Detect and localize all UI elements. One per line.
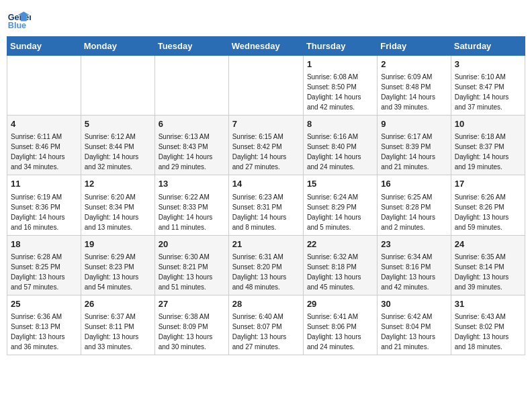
weekday-header-wednesday: Wednesday (228, 37, 303, 56)
calendar-cell (154, 56, 228, 116)
calendar-cell: 12Sunrise: 6:20 AM Sunset: 8:34 PM Dayli… (81, 175, 154, 235)
day-info: Sunrise: 6:32 AM Sunset: 8:18 PM Dayligh… (307, 252, 373, 292)
day-number: 4 (11, 118, 77, 130)
day-info: Sunrise: 6:11 AM Sunset: 8:46 PM Dayligh… (11, 132, 77, 172)
day-info: Sunrise: 6:23 AM Sunset: 8:31 PM Dayligh… (232, 192, 300, 232)
calendar-cell: 20Sunrise: 6:30 AM Sunset: 8:21 PM Dayli… (154, 235, 228, 295)
day-info: Sunrise: 6:36 AM Sunset: 8:13 PM Dayligh… (11, 312, 77, 352)
calendar-cell: 16Sunrise: 6:25 AM Sunset: 8:28 PM Dayli… (378, 175, 451, 235)
day-info: Sunrise: 6:43 AM Sunset: 8:02 PM Dayligh… (455, 312, 521, 352)
logo: General Blue (7, 7, 31, 31)
day-number: 22 (307, 238, 373, 250)
day-number: 5 (85, 118, 151, 130)
day-info: Sunrise: 6:15 AM Sunset: 8:42 PM Dayligh… (232, 132, 300, 172)
calendar-cell: 4Sunrise: 6:11 AM Sunset: 8:46 PM Daylig… (7, 116, 81, 175)
day-info: Sunrise: 6:42 AM Sunset: 8:04 PM Dayligh… (381, 312, 447, 352)
week-row-2: 4Sunrise: 6:11 AM Sunset: 8:46 PM Daylig… (7, 116, 525, 175)
calendar-cell (228, 56, 303, 116)
calendar-cell: 27Sunrise: 6:38 AM Sunset: 8:09 PM Dayli… (154, 295, 228, 355)
day-number: 20 (159, 238, 225, 250)
weekday-header-row: SundayMondayTuesdayWednesdayThursdayFrid… (7, 37, 525, 56)
day-number: 26 (85, 298, 151, 310)
calendar-cell (81, 56, 154, 116)
calendar-cell: 23Sunrise: 6:34 AM Sunset: 8:16 PM Dayli… (378, 235, 451, 295)
weekday-header-monday: Monday (81, 37, 154, 56)
day-info: Sunrise: 6:28 AM Sunset: 8:25 PM Dayligh… (11, 252, 77, 292)
day-info: Sunrise: 6:26 AM Sunset: 8:26 PM Dayligh… (455, 192, 521, 232)
day-number: 19 (85, 238, 151, 250)
day-number: 25 (11, 298, 77, 310)
header: General Blue (7, 7, 525, 31)
weekday-header-sunday: Sunday (7, 37, 81, 56)
day-info: Sunrise: 6:20 AM Sunset: 8:34 PM Dayligh… (85, 192, 151, 232)
day-number: 7 (232, 118, 300, 130)
day-number: 16 (381, 178, 447, 190)
day-info: Sunrise: 6:25 AM Sunset: 8:28 PM Dayligh… (381, 192, 447, 232)
weekday-header-tuesday: Tuesday (154, 37, 228, 56)
day-number: 23 (381, 238, 447, 250)
day-number: 12 (85, 178, 151, 190)
day-info: Sunrise: 6:13 AM Sunset: 8:43 PM Dayligh… (159, 132, 225, 172)
day-info: Sunrise: 6:37 AM Sunset: 8:11 PM Dayligh… (85, 312, 151, 352)
day-info: Sunrise: 6:24 AM Sunset: 8:29 PM Dayligh… (307, 192, 373, 232)
weekday-header-friday: Friday (378, 37, 451, 56)
day-number: 31 (455, 298, 521, 310)
day-number: 17 (455, 178, 521, 190)
day-number: 24 (455, 238, 521, 250)
day-number: 29 (307, 298, 373, 310)
weekday-header-thursday: Thursday (303, 37, 377, 56)
day-number: 11 (11, 178, 77, 190)
weekday-header-saturday: Saturday (451, 37, 525, 56)
calendar-cell: 11Sunrise: 6:19 AM Sunset: 8:36 PM Dayli… (7, 175, 81, 235)
calendar-cell: 31Sunrise: 6:43 AM Sunset: 8:02 PM Dayli… (451, 295, 525, 355)
week-row-4: 18Sunrise: 6:28 AM Sunset: 8:25 PM Dayli… (7, 235, 525, 295)
day-info: Sunrise: 6:16 AM Sunset: 8:40 PM Dayligh… (307, 132, 373, 172)
day-number: 3 (455, 58, 521, 71)
day-number: 27 (159, 298, 225, 310)
calendar-cell: 5Sunrise: 6:12 AM Sunset: 8:44 PM Daylig… (81, 116, 154, 175)
calendar-cell: 24Sunrise: 6:35 AM Sunset: 8:14 PM Dayli… (451, 235, 525, 295)
svg-text:Blue: Blue (8, 21, 26, 30)
day-number: 21 (232, 238, 300, 250)
calendar-cell: 28Sunrise: 6:40 AM Sunset: 8:07 PM Dayli… (228, 295, 303, 355)
calendar-cell: 10Sunrise: 6:18 AM Sunset: 8:37 PM Dayli… (451, 116, 525, 175)
day-number: 9 (381, 118, 447, 130)
day-number: 10 (455, 118, 521, 130)
calendar-cell: 9Sunrise: 6:17 AM Sunset: 8:39 PM Daylig… (378, 116, 451, 175)
calendar-cell: 8Sunrise: 6:16 AM Sunset: 8:40 PM Daylig… (303, 116, 377, 175)
day-info: Sunrise: 6:29 AM Sunset: 8:23 PM Dayligh… (85, 252, 151, 292)
calendar-cell: 2Sunrise: 6:09 AM Sunset: 8:48 PM Daylig… (378, 56, 451, 116)
day-info: Sunrise: 6:12 AM Sunset: 8:44 PM Dayligh… (85, 132, 151, 172)
calendar-cell: 15Sunrise: 6:24 AM Sunset: 8:29 PM Dayli… (303, 175, 377, 235)
day-number: 15 (307, 178, 373, 190)
day-number: 14 (232, 178, 300, 190)
calendar-cell: 14Sunrise: 6:23 AM Sunset: 8:31 PM Dayli… (228, 175, 303, 235)
calendar-cell: 30Sunrise: 6:42 AM Sunset: 8:04 PM Dayli… (378, 295, 451, 355)
day-info: Sunrise: 6:18 AM Sunset: 8:37 PM Dayligh… (455, 132, 521, 172)
day-info: Sunrise: 6:19 AM Sunset: 8:36 PM Dayligh… (11, 192, 77, 232)
calendar-cell: 22Sunrise: 6:32 AM Sunset: 8:18 PM Dayli… (303, 235, 377, 295)
day-info: Sunrise: 6:41 AM Sunset: 8:06 PM Dayligh… (307, 312, 373, 352)
day-info: Sunrise: 6:31 AM Sunset: 8:20 PM Dayligh… (232, 252, 300, 292)
day-number: 1 (307, 58, 373, 71)
calendar-cell: 1Sunrise: 6:08 AM Sunset: 8:50 PM Daylig… (303, 56, 377, 116)
day-info: Sunrise: 6:17 AM Sunset: 8:39 PM Dayligh… (381, 132, 447, 172)
day-info: Sunrise: 6:10 AM Sunset: 8:47 PM Dayligh… (455, 72, 521, 112)
calendar-cell: 21Sunrise: 6:31 AM Sunset: 8:20 PM Dayli… (228, 235, 303, 295)
day-info: Sunrise: 6:09 AM Sunset: 8:48 PM Dayligh… (381, 72, 447, 112)
calendar-cell: 7Sunrise: 6:15 AM Sunset: 8:42 PM Daylig… (228, 116, 303, 175)
week-row-5: 25Sunrise: 6:36 AM Sunset: 8:13 PM Dayli… (7, 295, 525, 355)
calendar-cell: 29Sunrise: 6:41 AM Sunset: 8:06 PM Dayli… (303, 295, 377, 355)
day-number: 2 (381, 58, 447, 71)
calendar: SundayMondayTuesdayWednesdayThursdayFrid… (7, 36, 525, 355)
day-number: 28 (232, 298, 300, 310)
calendar-cell (7, 56, 81, 116)
day-info: Sunrise: 6:38 AM Sunset: 8:09 PM Dayligh… (159, 312, 225, 352)
day-info: Sunrise: 6:30 AM Sunset: 8:21 PM Dayligh… (159, 252, 225, 292)
day-number: 8 (307, 118, 373, 130)
calendar-cell: 13Sunrise: 6:22 AM Sunset: 8:33 PM Dayli… (154, 175, 228, 235)
day-info: Sunrise: 6:08 AM Sunset: 8:50 PM Dayligh… (307, 72, 373, 112)
week-row-3: 11Sunrise: 6:19 AM Sunset: 8:36 PM Dayli… (7, 175, 525, 235)
day-info: Sunrise: 6:34 AM Sunset: 8:16 PM Dayligh… (381, 252, 447, 292)
calendar-cell: 6Sunrise: 6:13 AM Sunset: 8:43 PM Daylig… (154, 116, 228, 175)
